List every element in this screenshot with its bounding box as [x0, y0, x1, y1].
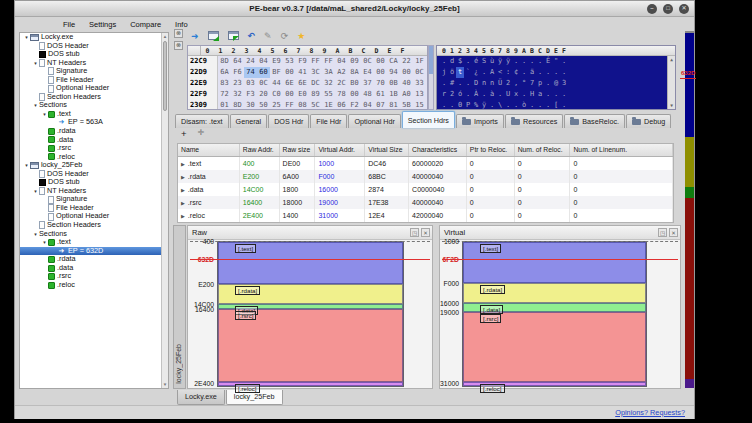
- ascii-char[interactable]: .: [544, 67, 552, 78]
- hex-byte[interactable]: 03: [244, 78, 257, 89]
- ascii-char[interactable]: Ü: [496, 78, 504, 89]
- forward-arrow-icon[interactable]: ➜: [191, 29, 199, 43]
- ascii-char[interactable]: ò: [520, 100, 528, 110]
- ascii-char[interactable]: ù: [488, 56, 496, 67]
- undo-icon[interactable]: ↶: [248, 29, 256, 43]
- window-close-button[interactable]: ✕: [679, 4, 689, 14]
- ascii-char[interactable]: D: [472, 78, 480, 89]
- ascii-char[interactable]: a: [536, 89, 544, 100]
- ascii-char[interactable]: .: [440, 78, 448, 89]
- column-header-ptr-to-reloc[interactable]: Ptr to Reloc.: [467, 144, 515, 156]
- table-row-text[interactable]: ▶.text400DE001000DC4660000020000: [178, 157, 673, 170]
- hex-byte[interactable]: C0: [270, 89, 283, 100]
- column-header-characteristics[interactable]: Characteristics: [409, 144, 467, 156]
- hex-byte[interactable]: E0: [296, 89, 309, 100]
- tab-resources[interactable]: Resources: [505, 114, 563, 128]
- tab-basereloc[interactable]: BaseReloc.: [564, 114, 625, 128]
- ascii-char[interactable]: .: [512, 56, 520, 67]
- hex-byte[interactable]: 2C: [335, 78, 348, 89]
- ascii-char[interactable]: ÿ: [504, 56, 512, 67]
- ascii-char[interactable]: .: [480, 89, 488, 100]
- hex-byte[interactable]: 60: [257, 67, 270, 78]
- hex-byte[interactable]: E9: [270, 56, 283, 67]
- ascii-char[interactable]: .: [536, 56, 544, 67]
- hex-byte[interactable]: FF: [322, 56, 335, 67]
- hex-byte[interactable]: 55: [322, 89, 335, 100]
- close-panel-icon[interactable]: ✕: [421, 228, 430, 237]
- column-header-virtual-addr[interactable]: Virtual Addr.: [315, 144, 365, 156]
- ascii-char[interactable]: ö: [448, 67, 456, 78]
- hex-byte[interactable]: 0C: [361, 56, 374, 67]
- expander-icon[interactable]: ▾: [32, 230, 39, 239]
- ascii-char[interactable]: .: [544, 78, 552, 89]
- ascii-char[interactable]: À: [472, 89, 480, 100]
- hex-byte[interactable]: 64: [231, 56, 244, 67]
- hex-byte[interactable]: 32: [231, 89, 244, 100]
- ascii-char[interactable]: 7: [528, 78, 536, 89]
- tree-item-reloc[interactable]: .reloc: [20, 281, 161, 290]
- edit-icon[interactable]: ✎: [264, 29, 272, 43]
- hex-byte[interactable]: 6A: [218, 67, 231, 78]
- ascii-char[interactable]: .: [464, 78, 472, 89]
- ascii-char[interactable]: .: [464, 89, 472, 100]
- tree-item-dos-stub[interactable]: DOS stub: [20, 178, 161, 187]
- tree-item-dos-header[interactable]: DOS Header: [20, 42, 161, 51]
- float-panel-icon[interactable]: ◳: [410, 228, 419, 237]
- tree-item-nt-headers[interactable]: ▾NT Headers: [20, 187, 161, 196]
- ascii-char[interactable]: [: [552, 100, 560, 110]
- ascii-char[interactable]: .: [512, 100, 520, 110]
- hex-byte[interactable]: 83: [218, 78, 231, 89]
- scroll-up-icon[interactable]: ▲: [162, 34, 168, 39]
- ascii-char[interactable]: 2: [448, 89, 456, 100]
- ascii-char[interactable]: j: [440, 67, 448, 78]
- collapse-hex-panel-button[interactable]: ⊗: [174, 29, 183, 38]
- ascii-char[interactable]: .: [488, 100, 496, 110]
- ascii-char[interactable]: .: [560, 89, 568, 100]
- hex-byte[interactable]: 08: [296, 100, 309, 110]
- float-panel-icon[interactable]: ◳: [658, 228, 667, 237]
- hex-byte[interactable]: 44: [270, 78, 283, 89]
- close-panel-icon[interactable]: ✕: [669, 228, 678, 237]
- ascii-char[interactable]: .: [456, 78, 464, 89]
- ascii-char[interactable]: ÿ: [496, 56, 504, 67]
- compare-icon[interactable]: ⟳: [281, 29, 289, 43]
- ascii-char[interactable]: S: [480, 56, 488, 67]
- hex-byte[interactable]: 22: [400, 56, 413, 67]
- hex-byte[interactable]: 8D: [218, 56, 231, 67]
- ascii-char[interactable]: .: [480, 67, 488, 78]
- tree-item-rsrc[interactable]: .rsrc: [20, 144, 161, 153]
- hex-byte[interactable]: BF: [270, 67, 283, 78]
- hex-byte[interactable]: 78: [335, 89, 348, 100]
- tab-dos-hdr[interactable]: DOS Hdr: [268, 114, 309, 128]
- tree-item-data[interactable]: .data: [20, 264, 161, 273]
- ascii-char[interactable]: .: [520, 89, 528, 100]
- column-header-name[interactable]: Name: [178, 144, 240, 156]
- hex-byte[interactable]: 72: [218, 89, 231, 100]
- menu-settings[interactable]: Settings: [83, 19, 122, 30]
- menu-file[interactable]: File: [57, 19, 81, 30]
- hex-byte[interactable]: F9: [296, 56, 309, 67]
- ascii-char[interactable]: .: [528, 100, 536, 110]
- hex-byte[interactable]: 06: [335, 100, 348, 110]
- table-row-rdata[interactable]: ▶.rdataE2006A00F00068BC40000040000: [178, 170, 673, 183]
- title-bar[interactable]: PE-bear v0.3.7 [/data/maL_shared2/Locky/…: [15, 1, 694, 17]
- hex-byte[interactable]: 74: [244, 67, 257, 78]
- ascii-char[interactable]: P: [464, 100, 472, 110]
- hex-byte[interactable]: 04: [335, 56, 348, 67]
- expander-icon[interactable]: ▾: [32, 187, 39, 196]
- hex-byte[interactable]: 25: [270, 100, 283, 110]
- expander-icon[interactable]: ▾: [32, 101, 39, 110]
- table-row-data[interactable]: ▶.data14C001800160002874C0000040000: [178, 183, 673, 196]
- open-exe-icon[interactable]: [208, 31, 219, 40]
- tree-item-nt-headers[interactable]: ▾NT Headers: [20, 59, 161, 68]
- tree-item-ep-632d[interactable]: ➜EP = 632D: [20, 247, 161, 256]
- expand-row-icon[interactable]: ▶: [181, 174, 185, 180]
- file-overview-minimap[interactable]: 632D: [685, 31, 694, 388]
- window-maximize-button[interactable]: □: [663, 4, 673, 14]
- expander-icon[interactable]: ▾: [32, 59, 39, 68]
- tree-item-locky-exe[interactable]: ▾Locky.exe: [20, 33, 161, 42]
- hex-byte[interactable]: F6: [231, 67, 244, 78]
- ascii-char[interactable]: °: [520, 78, 528, 89]
- ascii-char[interactable]: .: [448, 100, 456, 110]
- ascii-char[interactable]: <: [496, 67, 504, 78]
